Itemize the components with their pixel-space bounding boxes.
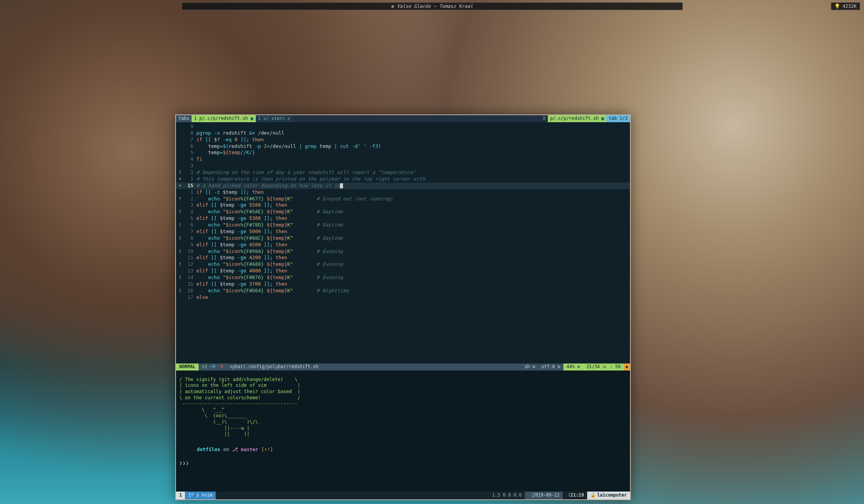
code-text[interactable]: echo "$icon%{F#677} ${temp}K" # Greyed o… xyxy=(196,196,392,202)
code-text[interactable]: elif [[ $temp -ge 5300 ]]; then xyxy=(196,215,287,222)
tabline-spacer xyxy=(293,115,540,122)
code-line[interactable]: !6 echo "$icon%{F#78D} ${temp}K" # Dayti… xyxy=(176,222,630,228)
code-text[interactable]: # a hand picked color depending on how l… xyxy=(196,183,343,189)
line-number: 14 xyxy=(184,274,196,281)
code-text[interactable]: temp=${temp//K/} xyxy=(196,149,255,156)
shell-pane[interactable]: / The signify (git add/change/delete) \ … xyxy=(176,371,630,492)
tmux-date: 〈 2019-09-12 xyxy=(525,492,563,499)
tmux-spacer xyxy=(216,492,489,499)
line-number: 3 xyxy=(184,163,196,169)
line-number: 2 xyxy=(184,169,196,176)
code-text[interactable]: elif [[ $temp -ge 5500 ]]; then xyxy=(196,202,287,209)
line-number: 15 xyxy=(184,183,196,189)
code-line[interactable]: !16 echo "$icon%{F#D64} ${temp}K" # Nigh… xyxy=(176,288,630,294)
tab-active[interactable]: 1 p/.c/p/redshift.sh ■ xyxy=(192,115,255,122)
code-text[interactable]: echo "$icon%{F#D64} ${temp}K" # Nighttim… xyxy=(196,288,348,294)
code-text[interactable]: echo "$icon%{F#5AE} ${temp}K" # Daytime xyxy=(196,209,343,215)
terminal-window[interactable]: tabs 1 p/.c/p/redshift.sh ■ 1 v/.vimrc ✔… xyxy=(175,114,630,500)
code-text[interactable]: echo "$icon%{F#88C} ${temp}K" # Daytime xyxy=(196,235,343,242)
sign-column xyxy=(176,163,184,169)
status-spacer xyxy=(322,364,521,371)
bulb-icon: 💡 xyxy=(834,3,840,9)
code-line[interactable]: !4 echo "$icon%{F#5AE} ${temp}K" # Dayti… xyxy=(176,209,630,215)
git-hunks: +2 ~9 -0 xyxy=(199,364,226,371)
code-text[interactable]: elif [[ $temp -ge 4000 ]]; then xyxy=(196,268,287,274)
code-line[interactable]: 9elif [[ $temp -ge 4500 ]]; then xyxy=(176,242,630,248)
code-line[interactable]: 3 xyxy=(176,163,630,169)
code-line[interactable]: !14 echo "$icon%{F#B76} ${temp}K" # Even… xyxy=(176,274,630,281)
sign-column xyxy=(176,149,184,156)
line-number: 11 xyxy=(184,255,196,261)
code-line[interactable]: 17else xyxy=(176,294,630,301)
code-text[interactable]: echo "$icon%{F#78D} ${temp}K" # Daytime xyxy=(196,222,343,228)
code-line[interactable]: !10 echo "$icon%{F#98A} ${temp}K" # Even… xyxy=(176,248,630,255)
code-buffer[interactable]: 98pgrep -x redshift &> /dev/null7if [[ $… xyxy=(176,122,630,364)
line-number: 13 xyxy=(184,268,196,274)
line-number: 16 xyxy=(184,288,196,294)
code-text[interactable]: if [[ $? -eq 0 ]]; then xyxy=(196,137,264,143)
code-line[interactable]: !12 echo "$icon%{F#A88} ${temp}K" # Even… xyxy=(176,261,630,268)
line-number: 8 xyxy=(184,130,196,137)
spotify-icon: ◉ xyxy=(391,3,394,9)
sign-column xyxy=(176,137,184,143)
code-text[interactable]: pgrep -x redshift &> /dev/null xyxy=(196,130,284,137)
code-text[interactable]: echo "$icon%{F#B76} ${temp}K" # Evening xyxy=(196,274,343,281)
prompt-chevrons[interactable]: ❯❯❯ xyxy=(179,460,626,467)
vim-editor[interactable]: 98pgrep -x redshift &> /dev/null7if [[ $… xyxy=(176,122,630,371)
tmux-window-active[interactable]: 1* ❯ nvim xyxy=(185,492,215,499)
line-number: 10 xyxy=(184,248,196,255)
code-text[interactable]: elif [[ $temp -ge 4200 ]]; then xyxy=(196,255,287,261)
code-text[interactable]: elif [[ $temp -ge 3700 ]]; then xyxy=(196,281,287,288)
sign-column xyxy=(176,130,184,137)
code-line[interactable]: 11elif [[ $temp -ge 4200 ]]; then xyxy=(176,255,630,261)
line-number: 8 xyxy=(184,235,196,242)
code-text[interactable]: echo "$icon%{F#A88} ${temp}K" # Evening xyxy=(196,261,343,268)
code-text[interactable]: elif [[ $temp -ge 4500 ]]; then xyxy=(196,242,287,248)
code-line[interactable]: +1# This temperature is then printed on … xyxy=(176,176,630,183)
code-line[interactable]: 8pgrep -x redshift &> /dev/null xyxy=(176,130,630,137)
prompt-dir: dotfiles xyxy=(197,446,220,452)
code-text[interactable]: echo "$icon%{F#98A} ${temp}K" # Evening xyxy=(196,248,343,255)
code-line[interactable]: !8 echo "$icon%{F#88C} ${temp}K" # Dayti… xyxy=(176,235,630,242)
position-indicator: 15/34 ㏑ : 50 xyxy=(583,364,624,371)
code-line[interactable]: 7if [[ $? -eq 0 ]]; then xyxy=(176,137,630,143)
code-text[interactable]: elif [[ $temp -ge 5000 ]]; then xyxy=(196,228,287,235)
code-line[interactable]: 9 xyxy=(176,123,630,130)
tab-inactive[interactable]: 1 v/.vimrc ✔ xyxy=(256,115,293,122)
code-text[interactable]: temp=$(redshift -p 2>/dev/null | grep te… xyxy=(196,143,381,150)
line-number: 1 xyxy=(184,176,196,183)
code-line[interactable]: 15elif [[ $temp -ge 3700 ]]; then xyxy=(176,281,630,288)
lock-icon: 🔒 xyxy=(590,492,596,499)
code-text[interactable]: else xyxy=(196,294,208,301)
code-line[interactable]: 6 temp=$(redshift -p 2>/dev/null | grep … xyxy=(176,143,630,150)
sign-column xyxy=(176,255,184,261)
code-line[interactable]: +15# a hand picked color depending on ho… xyxy=(176,183,630,189)
line-number: 3 xyxy=(184,202,196,209)
code-line[interactable]: 7elif [[ $temp -ge 5000 ]]; then xyxy=(176,228,630,235)
code-line[interactable]: !2# Depending on the time of day & year … xyxy=(176,169,630,176)
code-text[interactable]: # This temperature is then printed on th… xyxy=(196,176,425,183)
sign-column xyxy=(176,268,184,274)
polybar-redshift-module: 💡 4232K xyxy=(831,2,860,10)
sign-column xyxy=(176,202,184,209)
code-text[interactable]: # Depending on the time of day & year re… xyxy=(196,169,416,176)
code-line[interactable]: 5 temp=${temp//K/} xyxy=(176,149,630,156)
line-number: 4 xyxy=(184,156,196,163)
code-line[interactable]: 1if [[ -z $temp ]]; then xyxy=(176,189,630,196)
sign-column xyxy=(176,242,184,248)
now-playing-text: Valse Glacée – Tomasz Kraal xyxy=(397,3,473,9)
code-text[interactable]: if [[ -z $temp ]]; then xyxy=(196,189,264,196)
tab-close-icon[interactable]: X xyxy=(540,115,548,122)
code-text[interactable]: fi xyxy=(196,156,202,163)
sign-column: ! xyxy=(176,196,184,202)
tmux-session[interactable]: 1 xyxy=(176,492,185,499)
code-line[interactable]: 3elif [[ $temp -ge 5500 ]]; then xyxy=(176,202,630,209)
code-line[interactable]: 4fi xyxy=(176,156,630,163)
line-number: 7 xyxy=(184,137,196,143)
line-number: 5 xyxy=(184,215,196,222)
line-number: 12 xyxy=(184,261,196,268)
line-number: 4 xyxy=(184,209,196,215)
code-line[interactable]: 5elif [[ $temp -ge 5300 ]]; then xyxy=(176,215,630,222)
code-line[interactable]: !2 echo "$icon%{F#677} ${temp}K" # Greye… xyxy=(176,196,630,202)
code-line[interactable]: 13elif [[ $temp -ge 4000 ]]; then xyxy=(176,268,630,274)
